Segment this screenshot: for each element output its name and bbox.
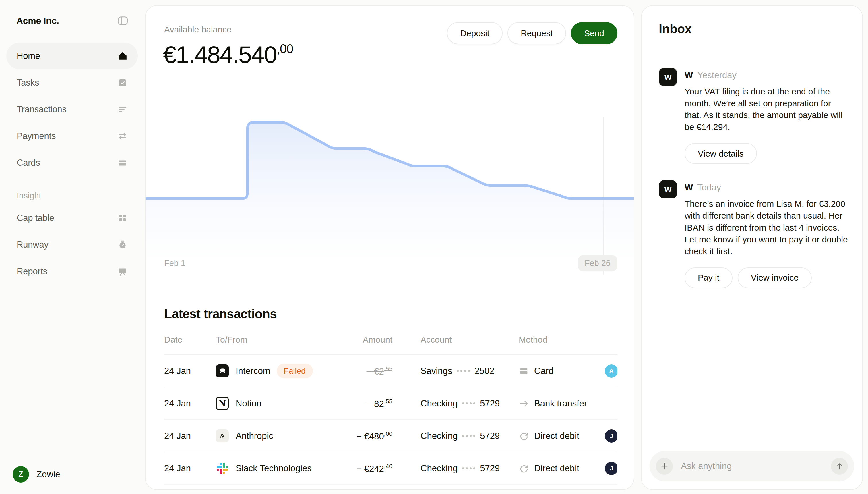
message-sender: W bbox=[685, 70, 693, 80]
primary-nav: Home Tasks Transactions Payments Cards bbox=[6, 42, 138, 285]
tx-date: 24 Jan bbox=[164, 463, 216, 474]
anthropic-logo bbox=[216, 430, 229, 442]
transfer-arrows-icon bbox=[118, 131, 127, 141]
attach-plus-button[interactable] bbox=[656, 458, 673, 475]
submit-arrow-button[interactable] bbox=[831, 458, 848, 475]
tx-amount: − €480,00 bbox=[348, 430, 392, 442]
sidebar-item-reports[interactable]: Reports bbox=[6, 258, 138, 285]
message-sender: W bbox=[685, 183, 693, 193]
col-amount: Amount bbox=[348, 335, 392, 345]
col-tofrom: To/From bbox=[216, 335, 348, 345]
inbox-messages: w W Yesterday Your VAT filing is due at … bbox=[659, 52, 848, 288]
stopwatch-icon bbox=[118, 240, 127, 250]
section-title: Latest transactions bbox=[164, 307, 617, 321]
sidebar-item-cards[interactable]: Cards bbox=[6, 149, 138, 176]
message-timestamp: Yesterday bbox=[697, 70, 736, 80]
table-row[interactable]: 24 Jan N Notion − 82,55 Checking5729 Ban… bbox=[164, 387, 617, 420]
ask-anything-bar bbox=[650, 451, 854, 481]
x-axis-start-label: Feb 1 bbox=[164, 259, 185, 268]
masked-digits bbox=[462, 402, 475, 404]
tx-counterparty: Intercom bbox=[236, 366, 270, 376]
tx-counterparty: Anthropic bbox=[236, 431, 273, 441]
table-row[interactable]: 24 Jan Intercom Failed − €2,55 Savings25… bbox=[164, 355, 617, 387]
sidebar-item-label: Transactions bbox=[17, 104, 66, 115]
table-header: Date To/From Amount Account Method bbox=[164, 335, 617, 355]
home-icon bbox=[118, 51, 127, 61]
sidebar-item-label: Payments bbox=[17, 131, 56, 141]
deposit-button[interactable]: Deposit bbox=[447, 22, 502, 44]
assistant-avatar: w bbox=[659, 68, 677, 86]
balance-amount: €1.484.540 bbox=[163, 41, 276, 68]
view-invoice-button[interactable]: View invoice bbox=[738, 267, 812, 288]
message-timestamp: Today bbox=[697, 183, 721, 193]
tx-date: 24 Jan bbox=[164, 431, 216, 441]
inbox-message: w W Yesterday Your VAT filing is due at … bbox=[659, 68, 848, 164]
sidebar: Acme Inc. Home Tasks Transactions bbox=[0, 0, 145, 494]
recurring-icon bbox=[519, 431, 529, 441]
grid-layout-icon bbox=[118, 213, 127, 223]
assignee-avatar: J bbox=[605, 430, 617, 442]
sidebar-item-label: Tasks bbox=[17, 78, 39, 88]
masked-digits bbox=[462, 435, 475, 437]
sidebar-item-tasks[interactable]: Tasks bbox=[6, 69, 138, 96]
col-account: Account bbox=[420, 335, 519, 345]
view-details-button[interactable]: View details bbox=[685, 143, 757, 164]
nav-section-label: Insight bbox=[17, 191, 138, 201]
masked-digits bbox=[457, 370, 470, 372]
tx-account: Checking5729 bbox=[420, 398, 519, 409]
assignee-avatar: A bbox=[605, 364, 617, 378]
list-lines-icon bbox=[118, 104, 127, 114]
message-body: Your VAT filing is due at the end of the… bbox=[685, 86, 848, 133]
balance-actions: Deposit Request Send bbox=[447, 22, 617, 44]
ask-anything-input[interactable] bbox=[681, 461, 831, 471]
request-button[interactable]: Request bbox=[508, 22, 566, 44]
sidebar-item-label: Cap table bbox=[17, 213, 54, 223]
sidebar-item-label: Cards bbox=[17, 158, 40, 168]
presentation-icon bbox=[118, 267, 127, 276]
available-balance: €1.484.540,00 bbox=[163, 41, 293, 69]
balance-label: Available balance bbox=[164, 25, 232, 35]
tx-amount: − €242,40 bbox=[348, 463, 392, 474]
col-date: Date bbox=[164, 335, 216, 345]
pay-it-button[interactable]: Pay it bbox=[685, 267, 732, 288]
card-icon bbox=[519, 366, 529, 376]
send-button[interactable]: Send bbox=[571, 22, 617, 44]
user-name: Zowie bbox=[37, 469, 60, 480]
col-method: Method bbox=[519, 335, 605, 345]
user-menu[interactable]: Z Zowie bbox=[13, 466, 60, 482]
org-name: Acme Inc. bbox=[16, 16, 59, 26]
tx-counterparty: Slack Technologies bbox=[236, 463, 312, 474]
assistant-avatar: w bbox=[659, 180, 677, 198]
table-row[interactable]: 24 Jan B Bob Appleseed €250.000,00 Check… bbox=[164, 485, 617, 489]
sidebar-item-payments[interactable]: Payments bbox=[6, 122, 138, 149]
tx-date: 24 Jan bbox=[164, 366, 216, 376]
credit-card-icon bbox=[118, 158, 127, 168]
inbox-panel: Inbox w W Yesterday Your VAT filing is d… bbox=[641, 5, 863, 490]
checkbox-icon bbox=[118, 78, 127, 88]
tx-amount: − €2,55 bbox=[348, 365, 392, 377]
message-body: There’s an invoice from Lisa M. for €3.2… bbox=[685, 198, 848, 257]
inbox-message: w W Today There’s an invoice from Lisa M… bbox=[659, 180, 848, 288]
table-row[interactable]: 24 Jan Slack Technologies − €242,40 Chec… bbox=[164, 452, 617, 485]
sidebar-item-runway[interactable]: Runway bbox=[6, 231, 138, 258]
table-row[interactable]: 24 Jan Anthropic − €480,00 Checking5729 … bbox=[164, 420, 617, 452]
sidebar-collapse-icon[interactable] bbox=[117, 15, 129, 26]
latest-transactions-section: Latest transactions Date To/From Amount … bbox=[164, 307, 617, 489]
tx-method: Direct debit bbox=[519, 431, 605, 441]
sidebar-item-home[interactable]: Home bbox=[6, 42, 138, 69]
tx-account: Checking5729 bbox=[420, 463, 519, 474]
x-axis-end-label: Feb 26 bbox=[578, 255, 617, 271]
masked-digits bbox=[462, 467, 475, 469]
sidebar-item-transactions[interactable]: Transactions bbox=[6, 96, 138, 122]
notion-logo: N bbox=[216, 397, 229, 410]
tx-amount: − 82,55 bbox=[348, 398, 392, 409]
avatar: Z bbox=[13, 466, 29, 482]
recurring-icon bbox=[519, 463, 529, 474]
sidebar-item-label: Runway bbox=[17, 240, 48, 250]
sidebar-item-cap-table[interactable]: Cap table bbox=[6, 205, 138, 231]
intercom-logo bbox=[216, 364, 229, 377]
sidebar-item-label: Home bbox=[17, 51, 40, 61]
sidebar-item-label: Reports bbox=[17, 266, 47, 277]
tx-counterparty: Notion bbox=[236, 398, 261, 409]
tx-method: Card bbox=[519, 366, 605, 376]
